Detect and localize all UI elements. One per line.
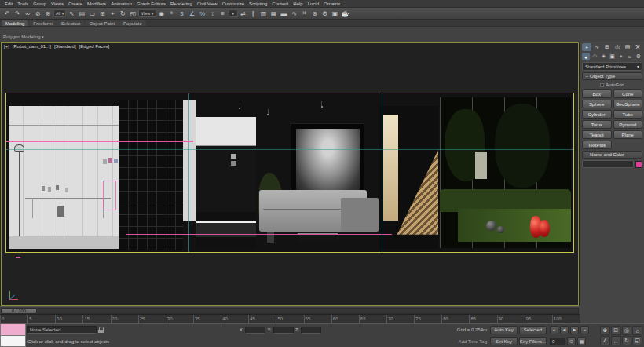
select-and-manipulate-icon[interactable]: ⌖ (167, 9, 177, 18)
hierarchy-tab-icon[interactable]: ⊞ (602, 43, 612, 51)
spinner-snap-icon[interactable]: ↕ (208, 9, 218, 18)
menu-modifiers[interactable]: Modifiers (85, 2, 108, 6)
geometry-category-icon[interactable]: ● (582, 53, 590, 60)
cameras-category-icon[interactable]: ▣ (608, 53, 616, 60)
unlink-selection-icon[interactable]: ⊘ (33, 9, 42, 18)
timeline-tick-10[interactable]: 10 (55, 315, 82, 323)
render-production-icon[interactable]: ☕ (341, 9, 350, 18)
time-slider-handle[interactable]: 0 / 100 (1, 308, 37, 314)
mirror-icon[interactable]: ⇄ (239, 9, 248, 18)
selection-filter-dropdown[interactable]: All ▾ (53, 9, 66, 17)
menu-help[interactable]: Help (291, 2, 305, 6)
polygon-modeling-panel-label[interactable]: Polygon Modeling (3, 35, 44, 39)
timeline-tick-30[interactable]: 30 (166, 315, 193, 323)
utilities-tab-icon[interactable]: ⚒ (633, 43, 642, 51)
auto-key-button[interactable]: Auto Key (490, 326, 518, 334)
menu-scripting[interactable]: Scripting (247, 2, 269, 6)
zoom-icon[interactable]: ⊕ (600, 326, 610, 335)
menu-customize[interactable]: Customize (220, 2, 247, 6)
viewport-render-preset-menu[interactable]: [Standard] (54, 44, 76, 49)
timeline-tick-55[interactable]: 55 (304, 315, 331, 323)
shapes-category-icon[interactable]: ◠ (591, 53, 598, 60)
create-tab-icon[interactable]: + (582, 43, 591, 51)
go-to-start-button[interactable]: « (550, 326, 558, 334)
create-sphere-button[interactable]: Sphere (582, 100, 612, 108)
rendered-frame-window-icon[interactable]: ▣ (331, 9, 340, 18)
viewport-shading-menu[interactable]: [Edged Faces] (79, 44, 110, 49)
reference-coordinate-dropdown[interactable]: View ▾ (138, 9, 156, 17)
render-setup-icon[interactable]: ⚙ (320, 9, 330, 18)
menu-civil-view[interactable]: Civil View (195, 2, 220, 6)
edit-named-selection-sets-icon[interactable]: ≡ (218, 9, 228, 18)
align-icon[interactable]: ∥ (249, 9, 258, 18)
timeline-tick-20[interactable]: 20 (111, 315, 138, 323)
rollout-object-type[interactable]: − Object Type (582, 72, 642, 80)
snaps-toggle-icon[interactable]: 3 (177, 9, 187, 18)
timeline-tick-5[interactable]: 5 (27, 315, 55, 323)
create-torus-button[interactable]: Torus (582, 120, 612, 129)
menu-edit[interactable]: Edit (2, 2, 15, 6)
timeline-tick-60[interactable]: 60 (331, 315, 359, 323)
lights-category-icon[interactable]: ☀ (599, 53, 607, 60)
menu-views[interactable]: Views (49, 2, 66, 6)
timeline-tick-90[interactable]: 90 (497, 315, 525, 323)
select-and-move-icon[interactable]: + (108, 9, 117, 18)
camera-viewport[interactable]: [+] [Robot_cam_01...] [Standard] [Edged … (1, 42, 579, 306)
select-object-icon[interactable]: ↖ (67, 9, 76, 18)
select-and-rotate-icon[interactable]: ↻ (118, 9, 127, 18)
add-time-tag-button[interactable]: Add Time Tag (458, 339, 487, 344)
timeline-tick-70[interactable]: 70 (386, 315, 414, 323)
material-editor-icon[interactable]: ⊛ (310, 9, 320, 18)
x-coordinate-field[interactable] (245, 327, 265, 334)
create-cone-button[interactable]: Cone (613, 89, 643, 98)
y-coordinate-field[interactable] (273, 327, 294, 334)
timeline-tick-40[interactable]: 40 (221, 315, 248, 323)
named-selection-dropdown[interactable]: ▾ (229, 9, 238, 17)
menu-content[interactable]: Content (269, 2, 291, 6)
ribbon-tab-object-paint[interactable]: Object Paint (85, 20, 119, 26)
object-name-field[interactable] (582, 160, 634, 168)
menu-graph-editors[interactable]: Graph Editors (134, 2, 168, 6)
ribbon-tab-populate[interactable]: Populate (119, 20, 146, 26)
timeline-tick-85[interactable]: 85 (469, 315, 496, 323)
listener-script-row[interactable] (0, 336, 26, 347)
toggle-ribbon-icon[interactable]: ▬ (280, 9, 289, 18)
zoom-extents-icon[interactable]: ◎ (622, 326, 632, 335)
redo-icon[interactable]: ↷ (13, 9, 22, 18)
menu-group[interactable]: Group (31, 2, 49, 6)
zoom-all-icon[interactable]: ⊡ (611, 326, 621, 335)
motion-tab-icon[interactable]: ◎ (613, 43, 622, 51)
create-geosphere-button[interactable]: GeoSphere (613, 100, 643, 108)
menu-tools[interactable]: Tools (15, 2, 31, 6)
menu-ornatrix[interactable]: Ornatrix (321, 2, 342, 6)
toggle-scene-explorer-icon[interactable]: ▥ (259, 9, 269, 18)
timeline-tick-0[interactable]: 0 (0, 315, 27, 323)
time-slider-track[interactable] (37, 308, 579, 314)
set-key-button[interactable]: Set Key (490, 337, 518, 345)
create-tube-button[interactable]: Tube (613, 110, 643, 119)
create-plane-button[interactable]: Plane (613, 130, 643, 139)
select-and-scale-icon[interactable]: ◱ (128, 9, 137, 18)
object-color-swatch[interactable] (635, 161, 642, 168)
key-mode-toggle-button[interactable]: ⊙ (567, 337, 576, 345)
curve-editor-icon[interactable]: ∿ (290, 9, 299, 18)
ribbon-tab-selection[interactable]: Selection (57, 20, 85, 26)
timeline-tick-95[interactable]: 95 (525, 315, 552, 323)
menu-create[interactable]: Create (66, 2, 85, 6)
viewport-camera-menu[interactable]: [Robot_cam_01...] (13, 44, 51, 49)
menu-rendering[interactable]: Rendering (168, 2, 195, 6)
ribbon-tab-modeling[interactable]: Modeling (2, 20, 28, 26)
create-cylinder-button[interactable]: Cylinder (582, 110, 612, 119)
percent-snap-icon[interactable]: % (198, 9, 207, 18)
ribbon-tab-freeform[interactable]: Freeform (29, 20, 56, 26)
play-button[interactable]: ► (570, 326, 579, 334)
key-scope-dropdown[interactable]: Selected (519, 326, 547, 334)
timeline-tick-45[interactable]: 45 (248, 315, 276, 323)
create-textplus-button[interactable]: TextPlus (582, 141, 612, 149)
current-frame-field[interactable]: 0 (550, 338, 565, 345)
timeline-tick-15[interactable]: 15 (82, 315, 110, 323)
select-and-link-icon[interactable]: ∞ (23, 9, 32, 18)
schematic-view-icon[interactable]: ⌗ (300, 9, 309, 18)
create-box-button[interactable]: Box (582, 89, 612, 98)
timeline-tick-50[interactable]: 50 (276, 315, 303, 323)
